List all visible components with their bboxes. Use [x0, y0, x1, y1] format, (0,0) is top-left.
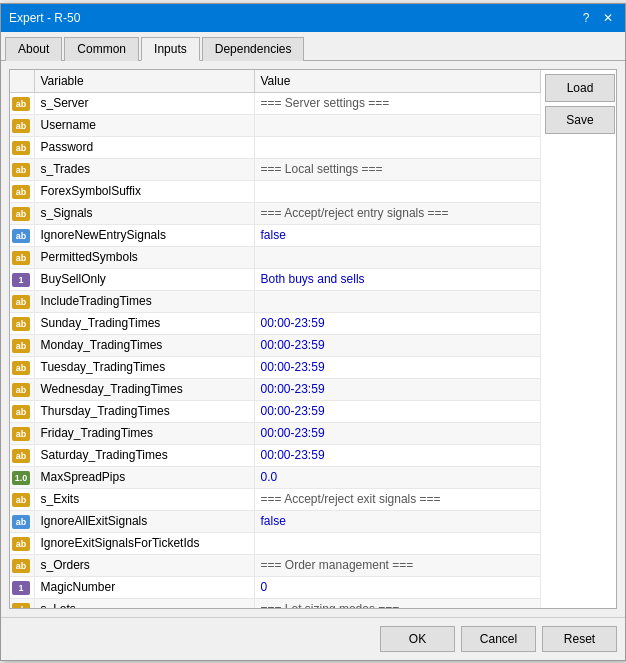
variable-value-cell[interactable] [254, 114, 541, 136]
table-row[interactable]: abFriday_TradingTimes00:00-23:59 [10, 422, 541, 444]
close-button[interactable]: ✕ [599, 9, 617, 27]
row-icon-cell: ab [10, 92, 34, 114]
row-icon-cell: ab [10, 356, 34, 378]
variables-table-container: Variable Value abs_Server=== Server sett… [9, 69, 617, 609]
variable-name-cell: Saturday_TradingTimes [34, 444, 254, 466]
table-row[interactable]: abSunday_TradingTimes00:00-23:59 [10, 312, 541, 334]
window-title: Expert - R-50 [9, 11, 80, 25]
variable-type-icon: ab [12, 361, 30, 375]
save-button[interactable]: Save [545, 106, 615, 134]
variable-value-cell[interactable] [254, 246, 541, 268]
variable-type-icon: ab [12, 97, 30, 111]
variable-name-cell: IgnoreExitSignalsForTicketIds [34, 532, 254, 554]
tab-common[interactable]: Common [64, 37, 139, 61]
table-row[interactable]: abs_Lots=== Lot sizing modes === [10, 598, 541, 608]
row-icon-cell: ab [10, 158, 34, 180]
variable-name-cell: PermittedSymbols [34, 246, 254, 268]
table-row[interactable]: abs_Server=== Server settings === [10, 92, 541, 114]
row-icon-cell: ab [10, 532, 34, 554]
row-icon-cell: ab [10, 246, 34, 268]
load-button[interactable]: Load [545, 74, 615, 102]
tab-inputs[interactable]: Inputs [141, 37, 200, 61]
variable-value-cell[interactable]: === Accept/reject entry signals === [254, 202, 541, 224]
row-icon-cell: ab [10, 334, 34, 356]
variable-value-cell[interactable]: false [254, 510, 541, 532]
variable-value-cell[interactable] [254, 532, 541, 554]
variable-value-cell[interactable]: 00:00-23:59 [254, 444, 541, 466]
table-row[interactable]: 1MagicNumber0 [10, 576, 541, 598]
table-scroll-area[interactable]: Variable Value abs_Server=== Server sett… [10, 70, 541, 608]
variable-type-icon: ab [12, 537, 30, 551]
variable-value-cell[interactable]: 00:00-23:59 [254, 356, 541, 378]
variable-value-cell[interactable]: === Lot sizing modes === [254, 598, 541, 608]
variable-value-cell[interactable]: 00:00-23:59 [254, 334, 541, 356]
variable-type-icon: 1 [12, 581, 30, 595]
ok-button[interactable]: OK [380, 626, 455, 652]
variable-value-cell[interactable]: 00:00-23:59 [254, 312, 541, 334]
row-icon-cell: 1 [10, 268, 34, 290]
table-row[interactable]: 1BuySellOnlyBoth buys and sells [10, 268, 541, 290]
variable-value-cell[interactable]: 0 [254, 576, 541, 598]
table-row[interactable]: abIncludeTradingTimes [10, 290, 541, 312]
table-row[interactable]: abPermittedSymbols [10, 246, 541, 268]
variable-name-cell: s_Signals [34, 202, 254, 224]
variable-type-icon: ab [12, 163, 30, 177]
row-icon-cell: ab [10, 202, 34, 224]
table-row[interactable]: abMonday_TradingTimes00:00-23:59 [10, 334, 541, 356]
tab-about[interactable]: About [5, 37, 62, 61]
variable-name-cell: Thursday_TradingTimes [34, 400, 254, 422]
variable-type-icon: ab [12, 141, 30, 155]
table-row[interactable]: abTuesday_TradingTimes00:00-23:59 [10, 356, 541, 378]
variable-type-icon: ab [12, 603, 30, 608]
table-row[interactable]: abs_Signals=== Accept/reject entry signa… [10, 202, 541, 224]
table-row[interactable]: abs_Trades=== Local settings === [10, 158, 541, 180]
variable-name-cell: IgnoreNewEntrySignals [34, 224, 254, 246]
row-icon-cell: ab [10, 290, 34, 312]
main-window: Expert - R-50 ? ✕ About Common Inputs De… [0, 3, 626, 661]
variable-type-icon: ab [12, 251, 30, 265]
variable-name-cell: s_Orders [34, 554, 254, 576]
variable-name-cell: Wednesday_TradingTimes [34, 378, 254, 400]
table-row[interactable]: abs_Exits=== Accept/reject exit signals … [10, 488, 541, 510]
table-row[interactable]: abIgnoreExitSignalsForTicketIds [10, 532, 541, 554]
variable-value-cell[interactable] [254, 290, 541, 312]
variable-value-cell[interactable] [254, 180, 541, 202]
variable-value-cell[interactable]: 00:00-23:59 [254, 400, 541, 422]
row-icon-cell: ab [10, 444, 34, 466]
variable-value-cell[interactable]: === Local settings === [254, 158, 541, 180]
tab-dependencies[interactable]: Dependencies [202, 37, 305, 61]
table-row[interactable]: abUsername [10, 114, 541, 136]
table-row[interactable]: abPassword [10, 136, 541, 158]
table-row[interactable]: abs_Orders=== Order management === [10, 554, 541, 576]
variable-value-cell[interactable] [254, 136, 541, 158]
row-icon-cell: ab [10, 312, 34, 334]
variable-value-cell[interactable]: 00:00-23:59 [254, 378, 541, 400]
titlebar: Expert - R-50 ? ✕ [1, 4, 625, 32]
titlebar-controls: ? ✕ [577, 9, 617, 27]
table-row[interactable]: abIgnoreNewEntrySignalsfalse [10, 224, 541, 246]
table-row[interactable]: abThursday_TradingTimes00:00-23:59 [10, 400, 541, 422]
cancel-button[interactable]: Cancel [461, 626, 536, 652]
table-row[interactable]: abForexSymbolSuffix [10, 180, 541, 202]
variable-value-cell[interactable]: === Order management === [254, 554, 541, 576]
table-row[interactable]: 1.0MaxSpreadPips0.0 [10, 466, 541, 488]
variable-value-cell[interactable]: false [254, 224, 541, 246]
variable-name-cell: BuySellOnly [34, 268, 254, 290]
variable-type-icon: ab [12, 119, 30, 133]
table-row[interactable]: abWednesday_TradingTimes00:00-23:59 [10, 378, 541, 400]
tab-bar: About Common Inputs Dependencies [1, 32, 625, 61]
help-button[interactable]: ? [577, 9, 595, 27]
variable-type-icon: ab [12, 405, 30, 419]
reset-button[interactable]: Reset [542, 626, 617, 652]
table-row[interactable]: abSaturday_TradingTimes00:00-23:59 [10, 444, 541, 466]
variable-value-cell[interactable]: 0.0 [254, 466, 541, 488]
footer: OK Cancel Reset [1, 617, 625, 660]
variable-value-cell[interactable]: === Server settings === [254, 92, 541, 114]
variable-value-cell[interactable]: 00:00-23:59 [254, 422, 541, 444]
variable-name-cell: s_Exits [34, 488, 254, 510]
table-row[interactable]: abIgnoreAllExitSignalsfalse [10, 510, 541, 532]
variable-name-cell: s_Trades [34, 158, 254, 180]
variable-value-cell[interactable]: === Accept/reject exit signals === [254, 488, 541, 510]
variable-value-cell[interactable]: Both buys and sells [254, 268, 541, 290]
variable-name-cell: s_Lots [34, 598, 254, 608]
